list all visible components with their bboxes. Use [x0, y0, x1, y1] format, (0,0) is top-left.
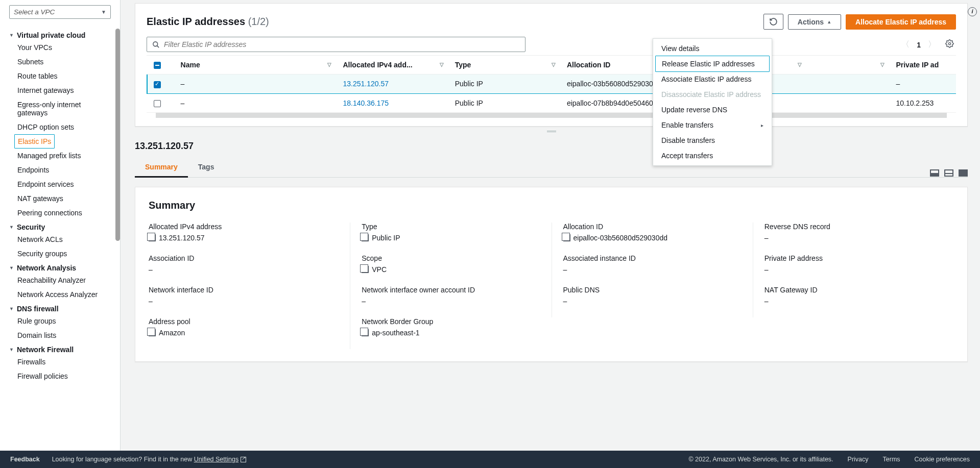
search-input[interactable]: [164, 40, 520, 48]
cell-name: –: [174, 93, 336, 112]
sidebar-item-peering-connections[interactable]: Peering connections: [9, 206, 111, 220]
field-label: Association ID: [149, 254, 350, 262]
field-label: Address pool: [149, 317, 350, 326]
field-value: –: [149, 297, 350, 305]
sidebar-item-firewall-policies[interactable]: Firewall policies: [9, 369, 111, 383]
sidebar: Select a VPC Virtual private cloud Your …: [0, 0, 121, 451]
pager-next[interactable]: 〉: [926, 37, 938, 52]
summary-field: Network interface owner account ID–: [350, 286, 551, 317]
sidebar-item-subnets[interactable]: Subnets: [9, 55, 111, 69]
copy-icon[interactable]: [149, 234, 156, 241]
summary-field: TypePublic IP: [350, 223, 551, 254]
allocate-eip-button[interactable]: Allocate Elastic IP address: [846, 14, 956, 30]
row-checkbox[interactable]: [154, 100, 161, 107]
summary-field: Network interface ID–: [149, 286, 350, 317]
footer-privacy[interactable]: Privacy: [848, 456, 869, 463]
table-row[interactable]: –18.140.36.175Public IPeipalloc-07b8b94d…: [147, 93, 956, 112]
col-ipv4[interactable]: Allocated IPv4 add...▽: [336, 56, 447, 75]
table-row[interactable]: –13.251.120.57Public IPeipalloc-03b56080…: [147, 75, 956, 93]
sidebar-item-firewalls[interactable]: Firewalls: [9, 355, 111, 369]
info-icon[interactable]: i: [968, 7, 977, 16]
summary-field: Association ID–: [149, 254, 350, 286]
vpc-selector[interactable]: Select a VPC: [9, 5, 111, 19]
actions-button-label: Actions: [798, 18, 824, 26]
sidebar-item-endpoint-services[interactable]: Endpoint services: [9, 177, 111, 191]
sidebar-item-managed-prefix-lists[interactable]: Managed prefix lists: [9, 149, 111, 163]
sidebar-item-network-access-analyzer[interactable]: Network Access Analyzer: [9, 287, 111, 302]
field-value: 13.251.120.57: [149, 234, 350, 242]
footer-copyright: © 2022, Amazon Web Services, Inc. or its…: [688, 456, 833, 463]
actions-dropdown: View detailsRelease Elastic IP addresses…: [653, 38, 772, 166]
summary-heading: Summary: [149, 200, 954, 211]
sidebar-item-egress-only-igw[interactable]: Egress-only internet gateways: [9, 97, 111, 120]
col-private-ip[interactable]: Private IP ad: [889, 56, 956, 75]
col-name[interactable]: Name▽: [174, 56, 336, 75]
cell-private-ip: –: [889, 75, 956, 93]
summary-field: Allocated IPv4 address13.251.120.57: [149, 223, 350, 254]
sidebar-item-reachability-analyzer[interactable]: Reachability Analyzer: [9, 273, 111, 287]
sidebar-item-route-tables[interactable]: Route tables: [9, 69, 111, 83]
footer-feedback[interactable]: Feedback: [10, 456, 40, 463]
sidebar-item-network-acls[interactable]: Network ACLs: [9, 232, 111, 247]
summary-field: Address poolAmazon: [149, 317, 350, 349]
sidebar-section-network-firewall[interactable]: Network Firewall: [9, 342, 111, 355]
row-checkbox[interactable]: [154, 81, 161, 88]
field-value: Public IP: [362, 234, 551, 242]
actions-menu-item[interactable]: Enable transfers: [653, 117, 772, 133]
sidebar-item-domain-lists[interactable]: Domain lists: [9, 328, 111, 342]
layout-split-icon[interactable]: [944, 169, 953, 177]
sidebar-item-security-groups[interactable]: Security groups: [9, 247, 111, 261]
footer-terms[interactable]: Terms: [883, 456, 900, 463]
refresh-button[interactable]: [763, 14, 783, 30]
sidebar-section-network-analysis[interactable]: Network Analysis: [9, 261, 111, 273]
tab-summary[interactable]: Summary: [135, 158, 188, 178]
actions-button[interactable]: Actions: [788, 14, 841, 30]
field-value: –: [362, 297, 551, 305]
cell-type: Public IP: [448, 93, 560, 112]
cell-ipv4[interactable]: 18.140.36.175: [336, 93, 447, 112]
actions-menu-item[interactable]: Associate Elastic IP address: [653, 71, 772, 87]
cell-private-ip: 10.10.2.253: [889, 93, 956, 112]
actions-menu-item[interactable]: Disable transfers: [653, 133, 772, 148]
copy-icon[interactable]: [362, 234, 369, 241]
field-label: Network interface owner account ID: [362, 286, 551, 294]
footer-cookies[interactable]: Cookie preferences: [915, 456, 970, 463]
layout-bottom-icon[interactable]: [930, 169, 939, 177]
actions-menu-item[interactable]: Release Elastic IP addresses: [655, 56, 770, 72]
tab-tags[interactable]: Tags: [188, 158, 225, 177]
sidebar-section-security[interactable]: Security: [9, 220, 111, 232]
col-extra[interactable]: ▽: [806, 56, 889, 75]
copy-icon[interactable]: [563, 234, 570, 241]
layout-icons: [930, 169, 968, 177]
field-label: Associated instance ID: [563, 254, 753, 262]
horizontal-scrollbar[interactable]: [156, 113, 947, 118]
summary-field: Associated instance ID–: [552, 254, 753, 286]
sidebar-item-nat-gateways[interactable]: NAT gateways: [9, 191, 111, 206]
panel-resizer[interactable]: [135, 127, 968, 137]
actions-menu-item[interactable]: View details: [653, 41, 772, 56]
field-label: Scope: [362, 254, 551, 262]
copy-icon[interactable]: [362, 266, 369, 273]
sidebar-item-elastic-ips[interactable]: Elastic IPs: [14, 134, 55, 149]
actions-menu-item[interactable]: Update reverse DNS: [653, 102, 772, 117]
pager-prev[interactable]: 〈: [899, 37, 912, 52]
field-value: –: [764, 265, 954, 274]
actions-menu-item[interactable]: Accept transfers: [653, 148, 772, 163]
summary-field: Network Border Groupap-southeast-1: [350, 317, 551, 349]
col-type[interactable]: Type▽: [448, 56, 560, 75]
search-wrapper[interactable]: [147, 37, 525, 52]
copy-icon[interactable]: [149, 329, 156, 336]
sidebar-item-endpoints[interactable]: Endpoints: [9, 163, 111, 177]
sidebar-item-your-vpcs[interactable]: Your VPCs: [9, 40, 111, 55]
sidebar-item-rule-groups[interactable]: Rule groups: [9, 314, 111, 328]
layout-full-icon[interactable]: [959, 169, 968, 177]
table-settings-button[interactable]: [943, 37, 956, 52]
sidebar-section-dns-firewall[interactable]: DNS firewall: [9, 302, 111, 314]
sidebar-section-vpc[interactable]: Virtual private cloud: [9, 28, 111, 40]
select-all-checkbox[interactable]: [154, 62, 161, 69]
sidebar-item-internet-gateways[interactable]: Internet gateways: [9, 83, 111, 97]
sidebar-item-dhcp-option-sets[interactable]: DHCP option sets: [9, 120, 111, 134]
footer-unified-settings-link[interactable]: Unified Settings: [194, 456, 247, 463]
copy-icon[interactable]: [362, 329, 369, 336]
cell-ipv4[interactable]: 13.251.120.57: [336, 75, 447, 93]
